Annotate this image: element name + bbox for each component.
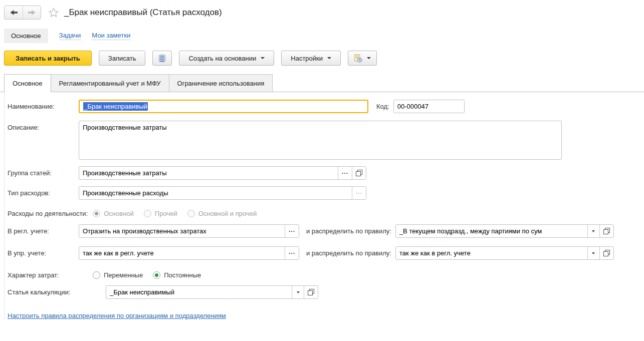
create-based-on-label: Создать на основании — [188, 55, 256, 62]
group-input[interactable]: Производственные затраты ... — [79, 166, 366, 180]
arrow-left-icon — [10, 10, 18, 16]
page-title: _Брак неисправивый (Статья расходов) — [64, 8, 222, 18]
distribution-rules-link[interactable]: Настроить правила распределения по орган… — [8, 312, 226, 319]
expense-type-value: Производственные расходы — [79, 187, 352, 199]
reg-rule-label: и распределить по правилу: — [306, 227, 391, 235]
group-label: Группа статей: — [8, 169, 79, 177]
code-label: Код: — [376, 103, 389, 110]
description-label: Описание: — [8, 121, 79, 131]
reg-rule-input[interactable]: _В текущем поздразд., между партиями по … — [395, 224, 614, 238]
cost-nature-radio-constant[interactable]: Постоянные — [153, 271, 201, 279]
calc-item-value: _Брак неисправимый — [106, 286, 292, 298]
reg-account-label: В регл. учете: — [8, 227, 79, 235]
nav-tab-main[interactable]: Основное — [4, 29, 48, 43]
chevron-down-icon — [327, 57, 331, 59]
activity-radio-other: Прочей — [144, 210, 177, 217]
form-content: Наименование: _Брак неисправивый Код: 00… — [4, 92, 644, 319]
reg-account-select-button[interactable]: ... — [285, 225, 299, 237]
chevron-down-icon — [592, 252, 595, 254]
group-value: Производственные затраты — [79, 167, 338, 179]
history-nav-group — [4, 6, 41, 20]
reg-account-input[interactable]: Отразить на производственных затратах ..… — [79, 224, 299, 238]
reg-rule-open-button[interactable] — [599, 225, 613, 237]
back-button[interactable] — [5, 6, 23, 19]
tab-regulated-accounting[interactable]: Регламентированный учет и МФУ — [51, 74, 169, 92]
chevron-down-icon — [297, 291, 300, 293]
cost-nature-label: Характер затрат: — [8, 271, 93, 279]
tab-main[interactable]: Основное — [4, 74, 51, 92]
nav-tab-notes[interactable]: Мои заметки — [92, 32, 130, 40]
favorite-star-icon[interactable] — [48, 7, 59, 18]
name-input[interactable]: _Брак неисправивый — [79, 100, 368, 113]
forward-button[interactable] — [23, 6, 41, 19]
nav-tab-tasks[interactable]: Задачи — [59, 32, 81, 40]
reg-rule-dropdown-button[interactable] — [587, 225, 599, 237]
chevron-down-icon — [592, 230, 595, 232]
mgmt-account-input[interactable]: так же как в регл. учете ... — [79, 246, 299, 260]
cost-nature-radio-variable[interactable]: Переменные — [93, 271, 143, 279]
reg-account-value: Отразить на производственных затратах — [79, 225, 285, 237]
radio-icon — [153, 271, 160, 279]
mgmt-rule-input[interactable]: так же как в регл. учете — [395, 246, 614, 260]
settings-label: Настройки — [291, 55, 323, 62]
mgmt-rule-placeholder: так же как в регл. учете — [396, 247, 587, 259]
group-open-button[interactable] — [352, 167, 366, 179]
window-header: _Брак неисправивый (Статья расходов) — [0, 0, 644, 21]
reg-rule-value: _В текущем поздразд., между партиями по … — [396, 225, 587, 237]
save-and-close-button[interactable]: Записать и закрыть — [4, 51, 92, 66]
create-based-on-button[interactable]: Создать на основании — [179, 51, 274, 66]
form-tabs: Основное Регламентированный учет и МФУ О… — [0, 74, 644, 92]
change-history-button[interactable] — [348, 51, 377, 66]
calc-item-label: Статья калькуляции: — [8, 288, 106, 296]
ledger-icon — [158, 54, 166, 63]
name-value: _Брак неисправивый — [83, 102, 148, 111]
name-label: Наименование: — [8, 103, 79, 110]
expense-type-label: Тип расходов: — [8, 189, 79, 197]
expense-type-select-button: ... — [352, 187, 366, 199]
tab-usage-restriction[interactable]: Ограничение использования — [169, 74, 273, 92]
calc-item-dropdown-button[interactable] — [292, 286, 304, 298]
open-item-icon — [603, 228, 610, 234]
arrow-right-icon — [28, 10, 36, 16]
open-item-icon — [603, 250, 610, 256]
open-item-icon — [308, 289, 314, 295]
code-input[interactable]: 00-000047 — [393, 100, 465, 113]
radio-icon — [93, 210, 100, 217]
save-button[interactable]: Записать — [99, 51, 146, 66]
description-input[interactable]: Производственные затраты — [79, 121, 562, 160]
calc-item-open-button[interactable] — [304, 286, 318, 298]
code-value: 00-000047 — [397, 103, 428, 110]
mgmt-account-select-button[interactable]: ... — [285, 247, 299, 259]
document-clock-icon — [354, 54, 362, 63]
activity-label: Расходы по деятельности: — [8, 210, 88, 217]
radio-icon — [187, 210, 195, 217]
chevron-down-icon — [261, 57, 265, 59]
command-bar: Записать и закрыть Записать Создать на о… — [4, 50, 644, 66]
activity-radio-main-and-other: Основной и прочей — [187, 210, 257, 217]
calc-item-input[interactable]: _Брак неисправимый — [106, 285, 318, 299]
mgmt-account-placeholder: так же как в регл. учете — [79, 247, 285, 259]
settings-button[interactable]: Настройки — [281, 51, 341, 66]
radio-icon — [93, 271, 100, 279]
mgmt-rule-label: и распределить по правилу: — [306, 249, 391, 257]
mgmt-rule-open-button[interactable] — [599, 247, 613, 259]
chevron-down-icon — [367, 57, 371, 59]
radio-icon — [144, 210, 151, 217]
mgmt-account-label: В упр. учете: — [8, 249, 79, 257]
nav-tabs: Основное Задачи Мои заметки — [4, 28, 644, 43]
activity-radio-main: Основной — [93, 210, 134, 217]
open-item-icon — [356, 170, 362, 176]
group-select-button[interactable]: ... — [338, 167, 352, 179]
expense-type-input[interactable]: Производственные расходы ... — [79, 186, 366, 200]
show-movements-button[interactable] — [152, 51, 172, 66]
mgmt-rule-dropdown-button[interactable] — [587, 247, 599, 259]
